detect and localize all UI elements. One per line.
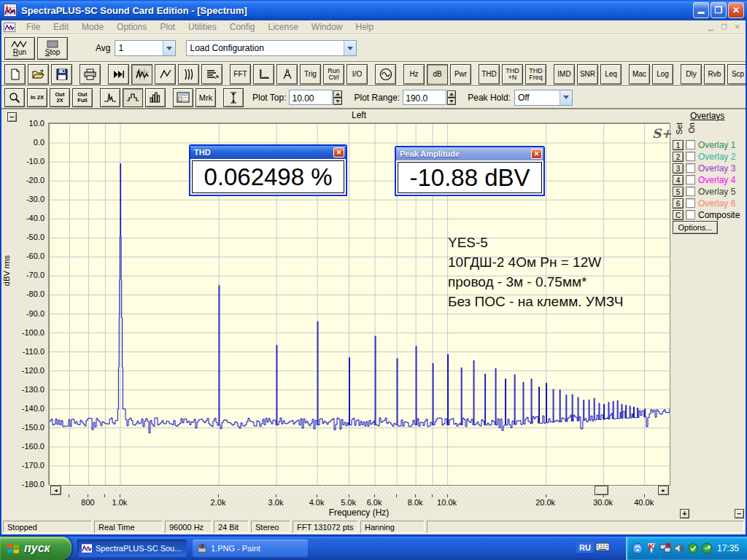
zoom-out-full-button[interactable]: Out Full bbox=[72, 88, 93, 107]
overlay-4-checkbox[interactable] bbox=[686, 175, 695, 184]
keyboard-icon[interactable] bbox=[595, 542, 610, 552]
units-db-button[interactable]: dB bbox=[427, 64, 448, 85]
zoom-minus-button[interactable]: − bbox=[735, 509, 744, 518]
spectrum-view-button[interactable] bbox=[131, 64, 152, 85]
overlay-2-checkbox[interactable] bbox=[686, 152, 695, 161]
tray-agent-icon[interactable] bbox=[701, 542, 713, 554]
signal-generator-button[interactable] bbox=[375, 64, 396, 85]
start-button[interactable]: пуск bbox=[0, 537, 71, 560]
zoom-tool-button[interactable] bbox=[4, 88, 25, 107]
logging-button[interactable]: Log bbox=[652, 64, 673, 85]
tray-antivirus-icon[interactable]: K bbox=[646, 542, 657, 554]
mdi-close-icon[interactable]: ✕ bbox=[732, 23, 743, 32]
overlay-3-set-button[interactable]: 3 bbox=[673, 163, 684, 174]
print-button[interactable] bbox=[80, 64, 101, 85]
display-options-button[interactable] bbox=[173, 88, 193, 107]
overlay-options-button[interactable]: Options... bbox=[673, 221, 718, 234]
bar-mode-button[interactable] bbox=[145, 88, 166, 107]
thd-close-icon[interactable]: ✕ bbox=[333, 147, 344, 158]
menu-file[interactable]: File bbox=[20, 22, 47, 32]
leq-button[interactable]: Leq bbox=[600, 64, 622, 85]
peak-hold-combobox[interactable]: Off bbox=[514, 90, 573, 106]
scaling-button[interactable] bbox=[253, 64, 274, 85]
plot-top-spinner[interactable] bbox=[333, 90, 342, 105]
taskbar-clock[interactable]: 17:35 bbox=[717, 543, 739, 553]
menu-license[interactable]: License bbox=[261, 22, 304, 32]
fast-forward-button[interactable] bbox=[108, 64, 129, 85]
composite-set-button[interactable]: C bbox=[673, 210, 684, 220]
units-power-button[interactable]: Pwr bbox=[450, 64, 471, 85]
thd-plus-n-button[interactable]: THD +N bbox=[502, 64, 523, 85]
overlay-5-checkbox[interactable] bbox=[686, 187, 695, 196]
save-button[interactable] bbox=[51, 64, 72, 85]
menu-utilities[interactable]: Utilities bbox=[182, 22, 223, 32]
spinner-up-icon[interactable] bbox=[447, 90, 456, 98]
overlay-1-checkbox[interactable] bbox=[686, 140, 695, 149]
io-device-button[interactable]: I/O bbox=[347, 64, 368, 85]
menu-options[interactable]: Options bbox=[110, 22, 153, 32]
tray-volume-icon[interactable] bbox=[673, 542, 685, 554]
tray-utility-icon[interactable] bbox=[687, 542, 699, 554]
marker-button[interactable]: Mrk bbox=[196, 88, 216, 107]
mdi-restore-icon[interactable]: ❐ bbox=[719, 23, 729, 32]
overlay-4-set-button[interactable]: 4 bbox=[673, 175, 684, 185]
peak-close-icon[interactable]: ✕ bbox=[531, 149, 542, 159]
scroll-right-button[interactable]: ► bbox=[658, 486, 669, 495]
reverb-button[interactable]: Rvb bbox=[704, 64, 725, 85]
thd-window-titlebar[interactable]: THD ✕ bbox=[190, 146, 346, 159]
menu-mode[interactable]: Mode bbox=[75, 22, 110, 32]
minimize-button[interactable]: ▬ bbox=[693, 2, 709, 18]
spinner-up-icon[interactable] bbox=[333, 90, 342, 98]
zoom-in-2x-button[interactable]: In 2X bbox=[27, 88, 47, 107]
spinner-down-icon[interactable] bbox=[447, 98, 456, 105]
dropdown-arrow-icon[interactable] bbox=[560, 90, 572, 105]
mdi-minimize-icon[interactable]: ▁ bbox=[705, 23, 716, 32]
menu-config[interactable]: Config bbox=[223, 22, 262, 32]
thd-freq-button[interactable]: THD Freq bbox=[525, 64, 546, 85]
scroll-left-button[interactable]: ◄ bbox=[50, 486, 61, 495]
stop-button[interactable]: Stop bbox=[37, 37, 68, 60]
menu-plot[interactable]: Plot bbox=[153, 22, 182, 32]
menu-help[interactable]: Help bbox=[349, 22, 381, 32]
dropdown-arrow-icon[interactable] bbox=[163, 41, 175, 55]
plot-top-input[interactable] bbox=[289, 90, 333, 105]
vertical-range-button[interactable] bbox=[223, 88, 244, 107]
composite-checkbox[interactable] bbox=[686, 210, 695, 219]
overlay-5-set-button[interactable]: 5 bbox=[673, 187, 684, 197]
plot-horizontal-scrollbar[interactable] bbox=[50, 486, 669, 495]
overlay-6-checkbox[interactable] bbox=[686, 198, 695, 208]
time-series-button[interactable] bbox=[155, 64, 176, 85]
run-control-button[interactable]: Run Ctrl bbox=[323, 64, 344, 85]
overlay-3-checkbox[interactable] bbox=[686, 163, 695, 173]
plot-range-spinner[interactable] bbox=[447, 90, 456, 105]
macro-button[interactable]: Mac bbox=[629, 64, 650, 85]
trigger-button[interactable]: Trig bbox=[300, 64, 321, 85]
open-file-button[interactable] bbox=[28, 64, 49, 85]
language-indicator[interactable]: RU bbox=[576, 542, 594, 553]
scrollbar-thumb[interactable] bbox=[595, 486, 608, 495]
avg-combobox[interactable]: 1 bbox=[115, 40, 176, 56]
window-titlebar[interactable]: SpectraPLUS-SC Sound Card Edition - [Spe… bbox=[0, 0, 747, 20]
zoom-out-2x-button[interactable]: Out 2X bbox=[50, 88, 70, 107]
imd-button[interactable]: IMD bbox=[554, 64, 575, 85]
load-configuration-combobox[interactable]: Load Configuration bbox=[186, 40, 357, 56]
overlay-6-set-button[interactable]: 6 bbox=[673, 198, 684, 209]
spinner-down-icon[interactable] bbox=[333, 98, 342, 105]
overlay-2-set-button[interactable]: 2 bbox=[673, 152, 684, 162]
delay-button[interactable]: Dly bbox=[681, 64, 702, 85]
taskbar-task-paint[interactable]: 1.PNG - Paint bbox=[193, 540, 308, 557]
plot-range-input[interactable] bbox=[403, 90, 446, 105]
units-hz-button[interactable]: Hz bbox=[403, 64, 425, 85]
restore-button[interactable]: ❐ bbox=[711, 2, 727, 18]
menu-edit[interactable]: Edit bbox=[47, 22, 75, 32]
taskbar-task-spectraplus[interactable]: SpectraPLUS-SC Sou... bbox=[77, 540, 187, 557]
menu-window[interactable]: Window bbox=[305, 22, 349, 32]
new-file-button[interactable] bbox=[4, 64, 26, 85]
waterfall-button[interactable] bbox=[178, 64, 199, 85]
tray-messenger-icon[interactable] bbox=[632, 542, 643, 554]
dropdown-arrow-icon[interactable] bbox=[344, 41, 356, 55]
scope-button[interactable]: Scp bbox=[727, 64, 747, 85]
stepped-line-mode-button[interactable] bbox=[123, 88, 143, 107]
overlay-1-set-button[interactable]: 1 bbox=[673, 140, 684, 150]
snr-button[interactable]: SNR bbox=[577, 64, 598, 85]
